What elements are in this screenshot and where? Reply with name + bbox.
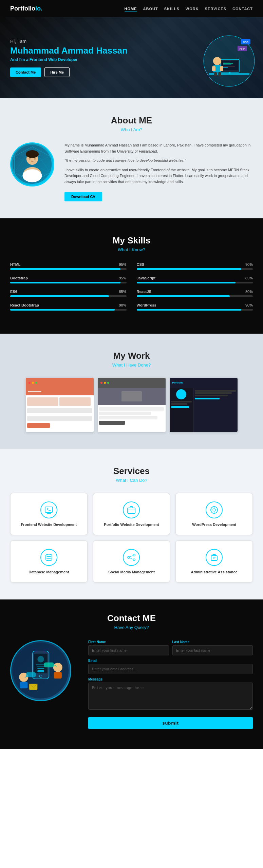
svg-point-39: [213, 509, 215, 511]
last-name-label: Last Name: [172, 640, 253, 644]
message-group: Message: [88, 677, 253, 711]
download-cv-button[interactable]: Download CV: [64, 192, 102, 201]
service-card-database: Database Management: [10, 540, 88, 583]
skill-css: CSS 90%: [137, 262, 253, 270]
about-title: About ME: [10, 115, 253, 126]
nav-logo: Portfolioio.: [10, 5, 42, 12]
contact-subtitle: Have Any Query?: [10, 625, 253, 630]
svg-rect-12: [212, 66, 215, 71]
svg-rect-5: [223, 63, 233, 64]
service-title-frontend: Frontend Website Development: [16, 522, 82, 527]
svg-line-48: [130, 555, 133, 557]
frontend-icon: [40, 501, 57, 518]
skill-react-bootstrap: React Bootstrap 90%: [10, 303, 127, 311]
about-section: About ME Who I Am?: [0, 98, 263, 218]
skill-html: HTML 95%: [10, 262, 127, 270]
nav-work[interactable]: WORK: [186, 7, 199, 11]
svg-rect-36: [128, 508, 135, 513]
svg-point-47: [133, 559, 135, 561]
services-grid: Frontend Website Development Portfolio W…: [10, 493, 253, 583]
contact-me-button[interactable]: Contact Me: [10, 67, 41, 77]
name-row: First Name Last Name: [88, 640, 253, 655]
hero-name: Muhammad Ammad Hassan: [10, 45, 128, 56]
skills-subtitle: What I Know?: [10, 247, 253, 252]
submit-button[interactable]: submit: [88, 717, 253, 729]
work-card-3[interactable]: Portfolio: [170, 378, 238, 432]
skills-section: My Skills What I Know? HTML 95% Bootstra…: [0, 218, 263, 334]
hero-content: Hi, I am Muhammad Ammad Hassan And I'm a…: [10, 39, 128, 77]
svg-text:PHP: PHP: [240, 47, 245, 51]
service-card-wordpress: WordPress Development: [175, 493, 253, 535]
last-name-group: Last Name: [172, 640, 253, 655]
svg-rect-9: [229, 72, 230, 74]
social-icon: [123, 549, 140, 566]
svg-text:CSS: CSS: [243, 41, 249, 44]
services-section: Services What I Can Do? Frontend Website…: [0, 449, 263, 599]
work-card-1[interactable]: [26, 378, 94, 432]
skills-grid: HTML 95% Bootstrap 95% ES6 85%: [10, 262, 253, 317]
portfolio-icon: [123, 501, 140, 518]
skills-title: My Skills: [10, 235, 253, 246]
hero-greeting: Hi, I am: [10, 39, 128, 44]
navbar: Portfolioio. HOME ABOUT SKILLS WORK SERV…: [0, 0, 263, 17]
svg-rect-68: [44, 662, 54, 667]
about-quote: "It is my passion to code and I always l…: [64, 158, 253, 164]
about-bio2: I have skills to create an attractive an…: [64, 167, 253, 185]
svg-line-49: [130, 558, 133, 559]
message-label: Message: [88, 677, 253, 681]
svg-point-56: [37, 656, 44, 662]
services-title: Services: [10, 466, 253, 476]
first-name-label: First Name: [88, 640, 169, 644]
svg-rect-8: [223, 67, 228, 68]
message-input[interactable]: [88, 683, 253, 710]
nav-links: HOME ABOUT SKILLS WORK SERVICES CONTACT: [125, 5, 253, 12]
contact-title: Contact ME: [10, 613, 253, 624]
skill-wordpress: WordPress 90%: [137, 303, 253, 311]
admin-icon: [206, 549, 223, 566]
service-title-admin: Administrative Assistance: [181, 570, 247, 574]
skill-js: JavaScript 85%: [137, 276, 253, 283]
svg-rect-64: [26, 672, 36, 677]
hire-me-button[interactable]: Hire Me: [44, 67, 70, 77]
svg-rect-50: [211, 556, 217, 560]
nav-skills[interactable]: SKILLS: [164, 7, 180, 11]
svg-point-66: [53, 663, 62, 672]
nav-home[interactable]: HOME: [125, 7, 137, 12]
work-gallery: Portfolio: [10, 378, 253, 432]
service-title-portfolio: Portfolio Website Development: [99, 522, 165, 527]
skill-es6: ES6 85%: [10, 290, 127, 297]
svg-rect-7: [223, 66, 235, 66]
nav-contact[interactable]: CONTACT: [232, 7, 253, 11]
services-subtitle: What I Can Do?: [10, 478, 253, 483]
service-card-social: Social Media Management: [93, 540, 170, 583]
service-title-database: Database Management: [16, 570, 82, 574]
wordpress-icon: [206, 501, 223, 518]
about-content: My name is Muhammad Ammad Hassan and I a…: [10, 142, 253, 201]
nav-services[interactable]: SERVICES: [205, 7, 226, 11]
svg-point-44: [46, 554, 52, 556]
contact-left: [10, 640, 78, 701]
contact-section: Contact ME Have Any Query?: [0, 599, 263, 749]
svg-point-31: [26, 150, 39, 158]
svg-rect-15: [218, 72, 221, 76]
svg-rect-67: [54, 672, 62, 678]
about-avatar: [10, 142, 54, 186]
svg-point-29: [29, 157, 31, 160]
email-input[interactable]: [88, 664, 253, 674]
first-name-input[interactable]: [88, 645, 169, 655]
svg-rect-14: [214, 72, 217, 76]
svg-rect-63: [20, 682, 27, 688]
service-card-frontend: Frontend Website Development: [10, 493, 88, 535]
skill-reactjs: ReactJS 80%: [137, 290, 253, 297]
about-bio1: My name is Muhammad Ammad Hassan and I a…: [64, 142, 253, 154]
first-name-group: First Name: [88, 640, 169, 655]
nav-about[interactable]: ABOUT: [143, 7, 158, 11]
service-card-admin: Administrative Assistance: [175, 540, 253, 583]
email-label: Email: [88, 659, 253, 663]
hero-buttons: Contact Me Hire Me: [10, 67, 128, 77]
email-group: Email: [88, 659, 253, 674]
work-card-2[interactable]: [98, 378, 166, 432]
hero-illustration: PHP CSS: [188, 24, 256, 92]
last-name-input[interactable]: [172, 645, 253, 655]
svg-rect-6: [223, 64, 231, 65]
